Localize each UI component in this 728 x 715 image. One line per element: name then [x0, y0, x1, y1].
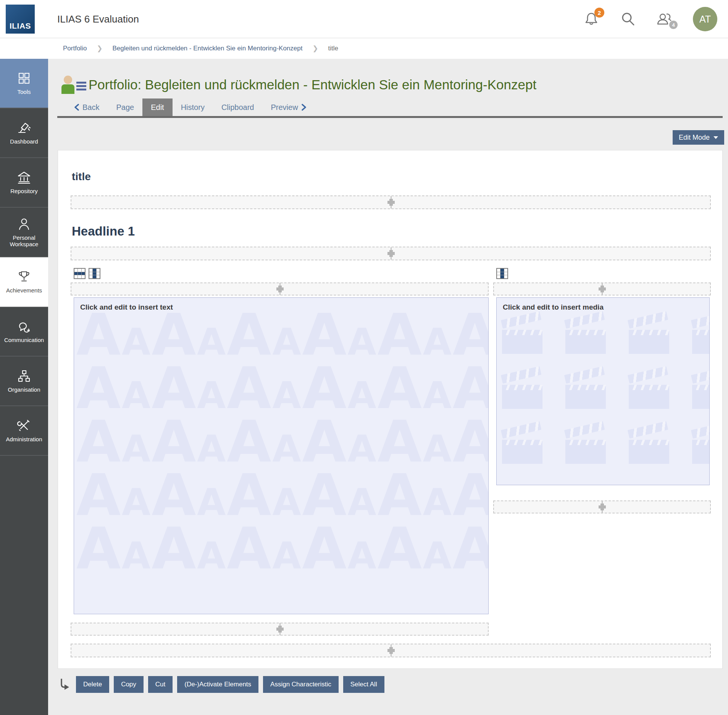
search-icon: [620, 11, 636, 27]
sidebar-item-organisation[interactable]: Organisation: [0, 357, 48, 406]
search-button[interactable]: [620, 11, 636, 27]
notifications-button[interactable]: 2: [583, 11, 600, 27]
chevron-right-icon: ❯: [312, 44, 318, 53]
content-title-heading: title: [72, 170, 711, 183]
grid-icon: [17, 71, 31, 85]
content-headline: Headline 1: [72, 224, 711, 239]
add-icon: [597, 501, 607, 513]
contacts-badge: 4: [669, 21, 678, 29]
tab-history[interactable]: History: [173, 98, 213, 116]
add-icon: [386, 247, 396, 260]
tab-preview[interactable]: Preview: [263, 98, 315, 116]
page-title: Portfolio: Begleiten und rückmelden - En…: [89, 77, 536, 92]
sidebar-item-tools[interactable]: Tools: [0, 59, 48, 108]
sidebar-item-dashboard[interactable]: Dashboard: [0, 108, 48, 158]
tab-label: Page: [116, 103, 134, 112]
notifications-badge: 2: [594, 8, 604, 18]
tab-label: Back: [82, 103, 99, 112]
sidebar-item-administration[interactable]: Administration: [0, 406, 48, 456]
tab-bar: Back Page Edit History Clipboard Preview: [57, 98, 723, 118]
tab-label: Clipboard: [221, 103, 254, 112]
cut-button[interactable]: Cut: [148, 676, 173, 693]
media-placeholder-label: Click and edit to insert media: [497, 298, 709, 312]
sidebar-item-label: Achievements: [5, 287, 44, 294]
insert-column-icon[interactable]: [89, 268, 100, 279]
layout-column-left: Click and edit to insert text AAAAAAAAAA…: [71, 268, 489, 636]
sidebar-item-communication[interactable]: Communication: [0, 307, 48, 357]
tab-page[interactable]: Page: [108, 98, 142, 116]
insert-row-icon[interactable]: [74, 268, 86, 279]
drop-zone[interactable]: [71, 282, 489, 295]
main-sidebar: Tools Dashboard Repository: [0, 59, 48, 715]
text-watermark-pattern: AAAAAAAAAAAAAAAAAAAAAAAAAAAAAAAAAAAAAAAA…: [76, 309, 488, 614]
sidebar-item-achievements[interactable]: Achievements: [0, 257, 48, 307]
drop-zone[interactable]: [493, 500, 711, 513]
ilias-screen: ILIAS ILIAS 6 Evaluation 2: [0, 0, 728, 715]
multi-select-action-bar: Delete Copy Cut (De-)Activate Elements A…: [58, 673, 723, 696]
breadcrumb-current: title: [328, 45, 338, 52]
trophy-icon: [17, 270, 31, 284]
speech-bubbles-icon: [17, 320, 31, 333]
breadcrumb-portfolio[interactable]: Portfolio: [63, 45, 87, 52]
tab-label: Edit: [151, 103, 164, 112]
chevron-right-icon: [302, 104, 307, 111]
drop-zone[interactable]: [71, 644, 711, 657]
add-icon: [386, 196, 396, 208]
sidebar-item-label: Administration: [4, 436, 44, 442]
bank-icon: [17, 171, 31, 184]
selection-arrow-icon: [58, 676, 71, 693]
tab-clipboard[interactable]: Clipboard: [213, 98, 263, 116]
sidebar-item-repository[interactable]: Repository: [0, 158, 48, 208]
breadcrumb: Portfolio ❯ Begleiten und rückmelden - E…: [0, 38, 728, 59]
tab-edit[interactable]: Edit: [142, 98, 172, 116]
sidebar-item-label: Tools: [16, 89, 32, 95]
select-all-button[interactable]: Select All: [343, 676, 384, 693]
drop-zone[interactable]: [71, 195, 711, 209]
delete-button[interactable]: Delete: [76, 676, 109, 693]
media-placeholder[interactable]: Click and edit to insert media: [496, 297, 710, 485]
logo-text: ILIAS: [10, 21, 31, 31]
sidebar-item-personal-workspace[interactable]: Personal Workspace: [0, 208, 48, 257]
drop-zone[interactable]: [71, 247, 711, 260]
drop-zone[interactable]: [493, 282, 711, 295]
tab-label: Preview: [271, 103, 298, 112]
edit-mode-label: Edit Mode: [679, 134, 710, 142]
crossed-tools-icon: [17, 419, 31, 433]
app-title: ILIAS 6 Evaluation: [57, 0, 139, 38]
sidebar-item-label: Communication: [3, 337, 45, 343]
copy-button[interactable]: Copy: [114, 676, 144, 693]
main-content: Portfolio: Begleiten und rückmelden - En…: [48, 59, 728, 696]
chevron-left-icon: [74, 104, 79, 111]
ilias-logo[interactable]: ILIAS: [6, 5, 35, 34]
avatar[interactable]: AT: [693, 7, 717, 31]
add-icon: [275, 283, 285, 295]
text-placeholder[interactable]: Click and edit to insert text AAAAAAAAAA…: [74, 297, 489, 614]
tab-label: History: [181, 103, 205, 112]
tab-back[interactable]: Back: [66, 98, 108, 116]
top-header: ILIAS ILIAS 6 Evaluation 2: [0, 0, 728, 38]
breadcrumb-object[interactable]: Begleiten und rückmelden - Entwicklen Si…: [112, 45, 302, 52]
contacts-button[interactable]: 4: [656, 11, 673, 27]
edit-mode-button[interactable]: Edit Mode: [673, 130, 724, 145]
add-icon: [275, 623, 285, 635]
caret-down-icon: [713, 136, 718, 139]
page-editor-card: title Headline 1 Click: [58, 150, 723, 669]
assign-characteristic-button[interactable]: Assign Characteristic: [263, 676, 339, 693]
insert-column-icon[interactable]: [496, 268, 508, 279]
desk-lamp-icon: [17, 121, 31, 135]
sidebar-item-label: Dashboard: [8, 138, 39, 145]
text-placeholder-label: Click and edit to insert text: [74, 298, 488, 312]
sidebar-item-label: Repository: [9, 188, 39, 194]
chevron-right-icon: ❯: [97, 44, 102, 53]
layout-column-right: Click and edit to insert media: [493, 268, 711, 636]
deactivate-elements-button[interactable]: (De-)Activate Elements: [177, 676, 258, 693]
org-chart-icon: [17, 369, 31, 383]
sidebar-item-label: Personal Workspace: [0, 234, 48, 247]
add-icon: [386, 644, 396, 657]
person-icon: [17, 217, 31, 231]
sidebar-item-label: Organisation: [6, 386, 42, 393]
add-icon: [597, 283, 607, 295]
portfolio-icon: [61, 76, 83, 94]
drop-zone[interactable]: [71, 623, 489, 636]
